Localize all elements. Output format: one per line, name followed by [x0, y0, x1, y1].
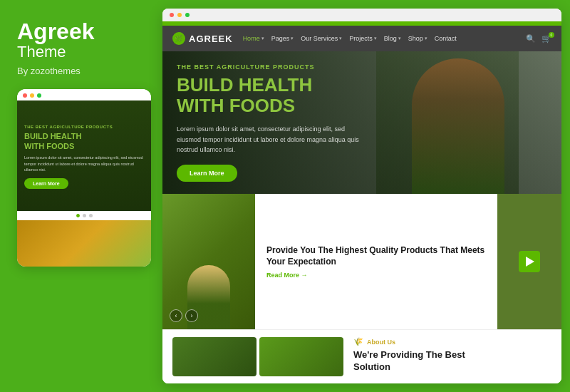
- mobile-hero-tag: THE BEST AGRICULTURE PRODUCTS: [24, 125, 144, 129]
- site-logo: 🌿 AGREEK: [172, 32, 233, 45]
- search-icon[interactable]: 🔍: [526, 34, 536, 43]
- brand-author: By zozothemes: [17, 66, 148, 76]
- dot-yellow: [30, 93, 34, 98]
- browser-dot-green: [185, 13, 190, 17]
- mobile-hero-desc: Lorem ipsum dolor sit amet, consectetur …: [24, 155, 144, 172]
- browser-dot-yellow: [177, 13, 182, 17]
- hero-title-line2: WITH: [177, 95, 229, 116]
- feature-heading: Provide You The Highest Quality Products…: [266, 244, 486, 267]
- hero-learn-more-button[interactable]: Learn More: [177, 165, 237, 182]
- about-tag-icon: 🌾: [353, 337, 363, 346]
- hero-description: Lorem ipsum dolor sit amet, consectetur …: [177, 124, 362, 155]
- about-heading-line2: Solution: [353, 361, 390, 372]
- logo-icon: 🌿: [172, 32, 185, 45]
- brand-title: Agreek: [17, 20, 148, 43]
- feature-read-more-link[interactable]: Read More →: [266, 272, 486, 279]
- nav-home[interactable]: Home ▾: [243, 35, 264, 42]
- right-panel: 🌿 AGREEK Home ▾ Pages ▾ Our Services ▾ P…: [162, 0, 570, 392]
- site-hero: THE BEST AGRICULTURE PRODUCTS BUILD HEAL…: [162, 51, 561, 194]
- about-tag-label: About Us: [367, 339, 395, 346]
- mobile-hero: THE BEST AGRICULTURE PRODUCTS BUILD HEAL…: [17, 100, 151, 211]
- dot-green: [37, 93, 41, 98]
- indicator-dot-1: [76, 214, 80, 217]
- hero-title-line1: BUILD HEALTH: [177, 74, 312, 96]
- about-image-1: [172, 337, 256, 376]
- mobile-titlebar: [17, 89, 151, 100]
- hero-title: BUILD HEALTH WITH FOODS: [177, 75, 362, 118]
- browser-dot-red: [170, 13, 174, 17]
- nav-right-icons: 🔍 🛒 0: [526, 34, 551, 43]
- brand-subtitle: Theme: [17, 43, 148, 61]
- about-section: 🌾 About Us We're Providing The Best Solu…: [162, 329, 561, 383]
- carousel-navigation: ‹ ›: [170, 309, 198, 322]
- site-navigation: 🌿 AGREEK Home ▾ Pages ▾ Our Services ▾ P…: [162, 26, 561, 51]
- hero-tag: THE BEST AGRICULTURE PRODUCTS: [177, 63, 362, 71]
- hero-title-green: FOODS: [229, 95, 295, 116]
- play-icon: [526, 257, 534, 267]
- indicator-dot-3: [89, 214, 93, 217]
- site-bottom: ‹ › Provide You The Highest Quality Prod…: [162, 194, 561, 329]
- mobile-heading-white: WITH: [24, 142, 46, 150]
- feature-image: ‹ ›: [162, 194, 255, 329]
- hero-farmer-image: [376, 51, 519, 194]
- carousel-prev-button[interactable]: ‹: [170, 309, 182, 322]
- about-images: [172, 337, 343, 376]
- video-thumbnail: [497, 194, 561, 329]
- about-image-2: [259, 337, 343, 376]
- nav-contact[interactable]: Contact: [435, 35, 457, 42]
- carousel-next-button[interactable]: ›: [185, 309, 198, 322]
- nav-services[interactable]: Our Services ▾: [301, 35, 342, 42]
- nav-projects[interactable]: Projects ▾: [349, 35, 377, 42]
- cart-icon[interactable]: 🛒 0: [542, 34, 551, 43]
- cart-badge: 0: [549, 32, 554, 38]
- mobile-heading-line1: BUILD HEALTH: [24, 132, 81, 140]
- mobile-woman-image: [17, 220, 151, 267]
- about-text: 🌾 About Us We're Providing The Best Solu…: [343, 337, 551, 376]
- dot-red: [23, 93, 27, 98]
- mobile-hero-heading: BUILD HEALTH WITH FOODS: [24, 131, 144, 152]
- hero-content: THE BEST AGRICULTURE PRODUCTS BUILD HEAL…: [177, 63, 362, 182]
- browser-window: 🌿 AGREEK Home ▾ Pages ▾ Our Services ▾ P…: [162, 9, 561, 383]
- feature-section: ‹ › Provide You The Highest Quality Prod…: [162, 194, 561, 329]
- nav-blog[interactable]: Blog ▾: [384, 35, 401, 42]
- mobile-heading-green: FOODS: [46, 142, 74, 150]
- nav-shop[interactable]: Shop ▾: [408, 35, 428, 42]
- browser-titlebar: [162, 9, 561, 21]
- logo-text: AGREEK: [189, 33, 233, 44]
- about-heading: We're Providing The Best Solution: [353, 349, 551, 373]
- farmer-silhouette: [412, 58, 504, 194]
- nav-pages[interactable]: Pages ▾: [271, 35, 294, 42]
- about-heading-line1: We're Providing The Best: [353, 349, 465, 360]
- mobile-learn-more-button[interactable]: Learn More: [24, 178, 68, 189]
- left-panel: Agreek Theme By zozothemes THE BEST AGRI…: [0, 0, 162, 392]
- play-button[interactable]: [519, 251, 540, 272]
- mobile-preview-card: THE BEST AGRICULTURE PRODUCTS BUILD HEAL…: [17, 89, 151, 267]
- indicator-dot-2: [83, 214, 86, 217]
- about-tag-row: 🌾 About Us: [353, 337, 551, 346]
- mobile-indicator: [17, 211, 151, 220]
- nav-links: Home ▾ Pages ▾ Our Services ▾ Projects ▾…: [243, 35, 516, 42]
- feature-text-area: Provide You The Highest Quality Products…: [255, 194, 497, 329]
